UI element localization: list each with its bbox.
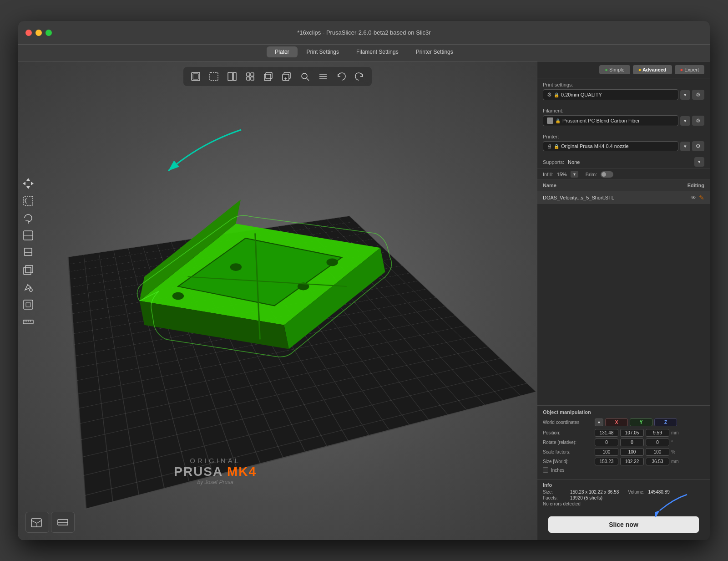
tab-filament-settings[interactable]: Filament Settings bbox=[348, 46, 407, 57]
scale-x[interactable]: 100 bbox=[595, 448, 618, 456]
fullscreen-button[interactable] bbox=[46, 30, 52, 36]
svg-rect-32 bbox=[24, 300, 33, 309]
slice-now-button[interactable]: Slice now bbox=[548, 516, 699, 533]
toolbar-select-btn[interactable] bbox=[205, 69, 222, 84]
printer-gear[interactable]: ⚙ bbox=[692, 141, 704, 151]
toolbar-search-btn[interactable] bbox=[296, 69, 313, 84]
infill-row: Infill: 15% ▾ Brim: bbox=[537, 169, 710, 180]
toolbar-redo-btn[interactable] bbox=[351, 69, 368, 84]
print-settings-dropdown[interactable]: ▾ bbox=[680, 90, 690, 100]
left-nav bbox=[18, 173, 38, 332]
printer-value: Original Prusa MK4 0.4 nozzle bbox=[561, 143, 674, 149]
nav-hollow-icon[interactable] bbox=[20, 296, 36, 313]
gear-icon-small: ⚙ bbox=[547, 92, 552, 98]
info-size-value: 150.23 x 102.22 x 36.53 bbox=[570, 490, 619, 495]
svg-marker-22 bbox=[23, 182, 25, 185]
filament-label: Filament: bbox=[543, 108, 704, 113]
tab-plater[interactable]: Plater bbox=[267, 46, 297, 57]
nav-move-icon[interactable] bbox=[20, 175, 36, 192]
nav-cut-icon[interactable] bbox=[20, 245, 36, 261]
nav-boolean-icon[interactable] bbox=[20, 262, 36, 278]
nav-rotate-icon[interactable] bbox=[20, 210, 36, 226]
toolbar-undo-btn[interactable] bbox=[333, 69, 350, 84]
filament-field[interactable]: 🔒 Prusament PC Blend Carbon Fiber bbox=[543, 115, 678, 126]
nav-ruler-icon[interactable] bbox=[20, 314, 36, 330]
toolbar-copy-btn[interactable] bbox=[260, 69, 277, 84]
edit-icon[interactable]: ✎ bbox=[699, 194, 704, 201]
info-volume-value: 145480.89 bbox=[648, 490, 669, 495]
info-size-row: Size: 150.23 x 102.22 x 36.53 Volume: 14… bbox=[543, 490, 704, 495]
info-volume-label: Volume: bbox=[628, 490, 644, 495]
printer-field[interactable]: 🖨 🔒 Original Prusa MK4 0.4 nozzle bbox=[543, 141, 678, 151]
size-x[interactable]: 150.23 bbox=[595, 458, 618, 465]
svg-marker-23 bbox=[31, 182, 34, 185]
nav-cursor-icon[interactable] bbox=[20, 193, 36, 209]
size-y[interactable]: 102.22 bbox=[620, 458, 644, 465]
toolbar-instance-btn[interactable] bbox=[278, 69, 295, 84]
toolbar-add-btn[interactable] bbox=[187, 69, 204, 84]
svg-line-16 bbox=[307, 78, 309, 81]
rotate-y[interactable]: 0 bbox=[620, 439, 644, 446]
supports-label: Supports: bbox=[543, 159, 564, 165]
info-title: Info bbox=[543, 482, 704, 488]
toolbar-layers-btn[interactable] bbox=[314, 69, 332, 84]
view-3d-button[interactable] bbox=[25, 512, 49, 533]
filament-gear[interactable]: ⚙ bbox=[692, 116, 704, 126]
expert-mode-button[interactable]: Expert bbox=[675, 65, 705, 74]
title-bar: *16xclips - PrusaSlicer-2.6.0-beta2 base… bbox=[18, 21, 710, 45]
rotate-z[interactable]: 0 bbox=[646, 439, 669, 446]
size-unit: mm bbox=[671, 459, 679, 464]
svg-rect-6 bbox=[251, 73, 254, 76]
tab-print-settings[interactable]: Print Settings bbox=[298, 46, 347, 57]
viewport[interactable]: ORIGINAL PRUSA MK4 by Josef Prusa bbox=[18, 61, 537, 540]
svg-rect-3 bbox=[228, 72, 233, 81]
toolbar-arrange-btn[interactable] bbox=[242, 69, 259, 84]
eye-icon[interactable]: 👁 bbox=[691, 194, 696, 201]
nav-paint-icon[interactable] bbox=[20, 279, 36, 296]
position-z[interactable]: 9.59 bbox=[646, 429, 669, 437]
traffic-lights[interactable] bbox=[25, 30, 52, 36]
infill-value: 15% bbox=[557, 172, 567, 177]
brim-toggle[interactable] bbox=[601, 171, 613, 178]
filament-dropdown[interactable]: ▾ bbox=[680, 116, 690, 126]
position-x[interactable]: 131.48 bbox=[595, 429, 618, 437]
info-size-label: Size: bbox=[543, 490, 566, 495]
toolbar-delete-btn[interactable] bbox=[223, 69, 241, 84]
svg-point-31 bbox=[30, 289, 32, 291]
axis-y-label: Y bbox=[630, 418, 652, 426]
manip-title: Object manipulation bbox=[543, 409, 704, 415]
world-coords-dropdown[interactable]: ▾ bbox=[595, 418, 603, 426]
rotate-x[interactable]: 0 bbox=[595, 439, 618, 446]
window-title: *16xclips - PrusaSlicer-2.6.0-beta2 base… bbox=[297, 29, 430, 36]
supports-dropdown[interactable]: ▾ bbox=[694, 157, 704, 167]
prusa-mk4-text: PRUSA MK4 bbox=[174, 464, 257, 479]
bottom-toolbar bbox=[25, 512, 75, 533]
print-settings-field[interactable]: ⚙ 🔒 0.20mm QUALITY bbox=[543, 89, 678, 100]
info-facets-row: Facets: 19920 (5 shells) bbox=[543, 495, 704, 500]
axis-x-label: X bbox=[605, 418, 628, 426]
printer-dropdown[interactable]: ▾ bbox=[680, 142, 690, 151]
svg-rect-1 bbox=[193, 74, 198, 79]
object-name-0: DGAS_Velocity...s_5_Short.STL bbox=[543, 195, 688, 200]
scale-z[interactable]: 100 bbox=[646, 448, 669, 456]
print-settings-value: 0.20mm QUALITY bbox=[561, 92, 674, 97]
advanced-mode-button[interactable]: Advanced bbox=[633, 65, 672, 74]
position-row: Position: 131.48 107.05 9.59 mm bbox=[543, 429, 704, 437]
infill-dropdown[interactable]: ▾ bbox=[571, 171, 578, 178]
object-row-0[interactable]: DGAS_Velocity...s_5_Short.STL 👁 ✎ bbox=[537, 191, 710, 204]
inches-label: Inches bbox=[551, 468, 564, 473]
position-y[interactable]: 107.05 bbox=[620, 429, 644, 437]
simple-mode-button[interactable]: Simple bbox=[599, 65, 630, 74]
scale-row: Scale factors: 100 100 100 % bbox=[543, 448, 704, 456]
view-layers-button[interactable] bbox=[51, 512, 75, 533]
size-z[interactable]: 36.53 bbox=[646, 458, 669, 465]
svg-rect-4 bbox=[233, 72, 236, 81]
complexity-bar: Simple Advanced Expert bbox=[537, 61, 710, 78]
print-settings-gear[interactable]: ⚙ bbox=[692, 90, 704, 100]
tab-printer-settings[interactable]: Printer Settings bbox=[408, 46, 461, 57]
inches-checkbox[interactable] bbox=[543, 467, 548, 473]
nav-scale-icon[interactable] bbox=[20, 227, 36, 244]
close-button[interactable] bbox=[25, 30, 32, 36]
scale-y[interactable]: 100 bbox=[620, 448, 644, 456]
minimize-button[interactable] bbox=[35, 30, 42, 36]
